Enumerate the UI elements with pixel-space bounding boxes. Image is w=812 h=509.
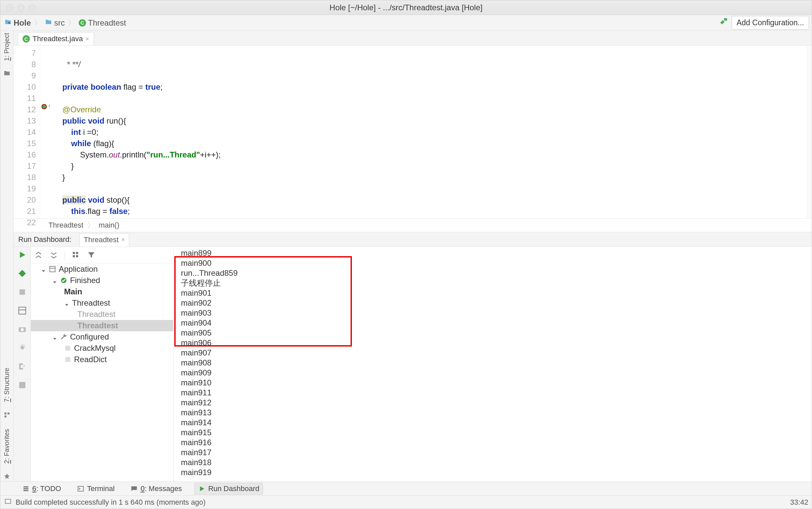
editor-tab-threadtest[interactable]: C Threadtest.java × bbox=[17, 32, 94, 45]
exit-icon[interactable] bbox=[17, 362, 27, 373]
favorites-tool-button[interactable]: 2: Favorites bbox=[3, 429, 11, 464]
tree-label: Threadtest bbox=[77, 321, 118, 330]
build-icon[interactable] bbox=[718, 17, 728, 29]
console-line: main913 bbox=[181, 408, 812, 418]
add-configuration-button[interactable]: Add Configuration... bbox=[732, 16, 809, 30]
breadcrumb-separator: 〉 bbox=[34, 18, 41, 28]
tree-label: Main bbox=[64, 287, 82, 296]
console-output[interactable]: main899main900run...Thread859子线程停止main90… bbox=[174, 247, 812, 481]
run-dashboard-tool-button[interactable]: Run Dashboard bbox=[194, 483, 263, 495]
filter-icon[interactable] bbox=[87, 251, 96, 262]
editor-scrollbar[interactable] bbox=[807, 45, 812, 218]
status-text: Build completed successfully in 1 s 640 … bbox=[15, 498, 206, 507]
svg-rect-4 bbox=[4, 415, 6, 417]
svg-rect-23 bbox=[5, 499, 11, 503]
chevron-right-icon: 〉 bbox=[87, 220, 95, 230]
tree-node-main[interactable]: Main bbox=[31, 286, 173, 297]
class-icon: C bbox=[23, 35, 30, 42]
tree-node-readdict[interactable]: ReadDict bbox=[31, 354, 173, 365]
line-number: 15 bbox=[13, 138, 36, 149]
close-tab-icon[interactable]: × bbox=[86, 36, 89, 42]
console-line: main918 bbox=[181, 457, 812, 468]
console-line: main916 bbox=[181, 438, 812, 447]
line-number: 9 bbox=[13, 70, 36, 81]
line-number: 16 bbox=[13, 149, 36, 161]
console-line: main908 bbox=[181, 358, 812, 368]
svg-rect-0 bbox=[8, 22, 10, 24]
editor-crumb-class[interactable]: Threadtest bbox=[48, 221, 83, 230]
console-line: 子线程停止 bbox=[181, 278, 812, 288]
breadcrumb-root[interactable]: Hole bbox=[4, 18, 31, 28]
run-config-icon bbox=[64, 344, 71, 352]
tree-label: ReadDict bbox=[74, 355, 107, 364]
help-icon[interactable] bbox=[17, 380, 27, 392]
svg-rect-3 bbox=[7, 412, 9, 414]
structure-icon bbox=[4, 411, 10, 420]
todo-tool-button[interactable]: 6: TODO bbox=[19, 483, 64, 495]
panel-tab-label: Threadtest bbox=[84, 236, 118, 244]
structure-tool-button[interactable]: 7: Structure bbox=[3, 368, 11, 402]
console-line: main903 bbox=[181, 308, 812, 318]
run-icon[interactable] bbox=[17, 250, 27, 262]
source-folder-icon bbox=[45, 18, 52, 28]
tree-node-finished[interactable]: Finished bbox=[31, 275, 173, 286]
code-editor[interactable]: 78910111213141516171819202122 * **/ priv… bbox=[13, 45, 812, 218]
console-line: main919 bbox=[181, 468, 812, 477]
line-number: 17 bbox=[13, 161, 36, 172]
project-underline: 1: Project bbox=[3, 33, 11, 61]
expand-all-icon[interactable] bbox=[34, 251, 43, 262]
class-icon: C bbox=[79, 19, 86, 27]
svg-rect-17 bbox=[50, 267, 56, 272]
run-dashboard-panel: Run Dashboard: Threadtest × bbox=[13, 232, 812, 481]
settings-icon[interactable] bbox=[17, 343, 27, 354]
line-number: 14 bbox=[13, 127, 36, 138]
console-line: run...Thread859 bbox=[181, 268, 812, 278]
console-line: main912 bbox=[181, 398, 812, 408]
editor-crumb-method[interactable]: main() bbox=[99, 221, 119, 230]
project-tool-button[interactable]: 1: Project bbox=[3, 33, 11, 61]
svg-rect-16 bbox=[76, 255, 78, 258]
breadcrumb-src[interactable]: src bbox=[45, 18, 65, 28]
left-tool-strip: 1: Project 7: Structure 2: Favorites bbox=[0, 31, 13, 481]
tree-node-configured[interactable]: Configured bbox=[31, 331, 173, 343]
window-title: Hole [~/Hole] - .../src/Threadtest.java … bbox=[0, 3, 812, 12]
breadcrumb-class[interactable]: C Threadtest bbox=[79, 18, 126, 28]
debug-icon[interactable] bbox=[17, 269, 27, 280]
collapse-all-icon[interactable] bbox=[49, 251, 58, 262]
messages-tool-button[interactable]: 0: Messages bbox=[127, 483, 185, 495]
group-icon[interactable] bbox=[72, 251, 80, 262]
panel-action-strip bbox=[13, 247, 31, 481]
tree-node-threadtest[interactable]: Threadtest bbox=[31, 297, 173, 309]
stop-icon[interactable] bbox=[17, 287, 27, 299]
line-number-gutter: 78910111213141516171819202122 bbox=[13, 45, 40, 218]
tree-node-crackmysql[interactable]: CrackMysql bbox=[31, 343, 173, 354]
svg-rect-14 bbox=[76, 252, 78, 254]
close-tab-icon[interactable]: × bbox=[121, 236, 125, 243]
camera-icon[interactable] bbox=[17, 325, 27, 336]
tree-label: Application bbox=[59, 265, 98, 274]
cursor-position[interactable]: 33:42 bbox=[790, 498, 808, 507]
svg-rect-22 bbox=[78, 486, 84, 491]
wrench-icon bbox=[60, 333, 67, 341]
status-icon[interactable] bbox=[4, 498, 12, 507]
editor-tab-label: Threadtest.java bbox=[33, 35, 83, 43]
line-number: 11 bbox=[13, 93, 36, 104]
svg-rect-13 bbox=[73, 252, 75, 254]
breadcrumb-separator: 〉 bbox=[68, 18, 75, 28]
console-line: main899 bbox=[181, 248, 812, 258]
run-configurations-tree[interactable]: Application Finished Main Threadtes bbox=[31, 247, 174, 481]
svg-rect-12 bbox=[19, 382, 25, 388]
override-marker-icon[interactable] bbox=[41, 104, 47, 109]
title-bar: Hole [~/Hole] - .../src/Threadtest.java … bbox=[0, 0, 812, 15]
tree-node-threadtest-run[interactable]: Threadtest bbox=[31, 309, 173, 320]
layout-icon[interactable] bbox=[17, 306, 27, 317]
line-number: 21 bbox=[13, 206, 36, 217]
panel-tab-threadtest[interactable]: Threadtest × bbox=[79, 233, 129, 246]
code-area[interactable]: * **/ private boolean flag = true; @Over… bbox=[53, 45, 812, 218]
breadcrumb-src-label: src bbox=[54, 18, 65, 28]
tree-node-threadtest-run-selected[interactable]: Threadtest bbox=[31, 320, 173, 331]
line-number: 19 bbox=[13, 183, 36, 194]
tree-node-application[interactable]: Application bbox=[31, 264, 173, 275]
finished-icon bbox=[60, 277, 67, 284]
terminal-tool-button[interactable]: Terminal bbox=[74, 483, 118, 495]
